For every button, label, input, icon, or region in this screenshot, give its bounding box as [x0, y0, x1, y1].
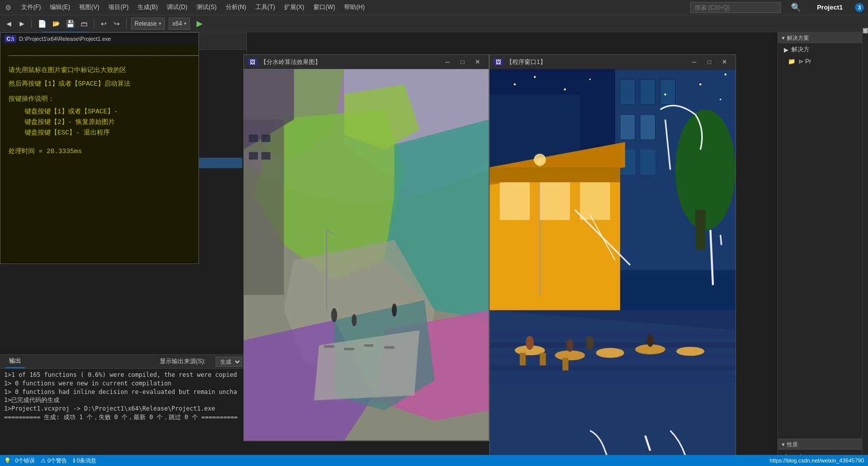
console-path: D:\Project1\x64\Release\Project1.exe [19, 36, 111, 42]
watershed-minimize-button[interactable]: ─ [440, 57, 454, 67]
message-count[interactable]: ℹ 0条消息 [73, 457, 96, 464]
menu-test[interactable]: 测试(S) [192, 2, 221, 13]
properties-label: 性质 [787, 441, 798, 448]
svg-rect-49 [520, 353, 526, 365]
menu-help[interactable]: 帮助(H) [340, 2, 369, 13]
config-label: Release [135, 20, 157, 27]
output-line-6: ========== 生成: 成功 1 个，失败 0 个，最新 0 个，跳过 0… [4, 413, 243, 422]
menu-file[interactable]: 文件(F) [17, 2, 45, 13]
output-line-4: 1>已完成代码的生成 [4, 396, 243, 405]
watershed-close-button[interactable]: ✕ [471, 57, 485, 67]
svg-rect-50 [540, 353, 546, 365]
properties-header[interactable]: ▾ 性质 [778, 439, 868, 450]
project-item-label: ⊳ Pr [798, 58, 811, 65]
svg-rect-26 [640, 114, 655, 140]
program-maximize-button[interactable]: □ [702, 57, 716, 67]
output-source-label: 显示输出来源(S): [160, 357, 206, 366]
svg-rect-39 [490, 330, 736, 337]
svg-rect-28 [640, 150, 655, 175]
run-button[interactable]: ▶ [194, 18, 205, 30]
back-button[interactable]: ◀ [3, 18, 14, 30]
forward-button[interactable]: ▶ [16, 18, 27, 30]
svg-point-5 [392, 304, 397, 317]
svg-rect-43 [490, 376, 736, 381]
output-line-3: 1> 0 functions had inline decision re-ev… [4, 388, 243, 396]
svg-rect-13 [261, 152, 271, 160]
watershed-maximize-button[interactable]: □ [455, 57, 470, 67]
program-window: 🖼 【程序窗口1】 ─ □ ✕ [489, 54, 736, 466]
save-all-button[interactable]: 🗃 [79, 18, 90, 30]
project-item[interactable]: 📁 ⊳ Pr [778, 56, 868, 67]
svg-point-55 [647, 334, 654, 347]
notification-badge[interactable]: 3 [855, 3, 864, 12]
program-title-text: 【程序窗口1】 [506, 58, 546, 66]
solution-item[interactable]: ▶ 解决方 [778, 43, 868, 56]
output-source-select[interactable]: 生成 [216, 357, 242, 367]
program-minimize-button[interactable]: ─ [687, 57, 701, 67]
console-divider: ────────────────────────────────────────… [9, 51, 190, 61]
watershed-window-controls: ─ □ ✕ [440, 57, 485, 67]
svg-point-46 [596, 348, 624, 358]
program-title-bar[interactable]: 🖼 【程序窗口1】 ─ □ ✕ [490, 55, 736, 69]
solution-section-label: 解决方案 [787, 34, 809, 42]
svg-point-54 [586, 336, 594, 350]
save-button[interactable]: 💾 [64, 18, 77, 30]
new-file-button[interactable]: 📄 [36, 18, 48, 30]
console-window: C:\ D:\Project1\x64\Release\Project1.exe… [0, 32, 199, 264]
menu-window[interactable]: 窗口(W) [309, 2, 339, 13]
menu-build[interactable]: 生成(B) [133, 2, 162, 13]
svg-point-63 [724, 74, 726, 76]
console-title-bar[interactable]: C:\ D:\Project1\x64\Release\Project1.exe [1, 33, 198, 45]
svg-rect-8 [364, 344, 373, 347]
console-key2: 键盘按键【2】- 恢复原始图片 [25, 117, 190, 128]
program-window-icon: 🖼 [494, 58, 503, 65]
search-input[interactable] [690, 2, 781, 13]
warning-count[interactable]: ⚠ 0个警告 [41, 457, 67, 464]
program-window-controls: ─ □ ✕ [687, 57, 731, 67]
blog-url[interactable]: https://blog.csdn.net/weixin_43645790 [770, 457, 864, 463]
menu-debug[interactable]: 调试(D) [163, 2, 191, 13]
undo-button[interactable]: ↩ [98, 18, 109, 30]
error-icon[interactable]: 💡 [4, 457, 11, 464]
config-dropdown[interactable]: Release ▾ [131, 18, 165, 30]
watershed-window-icon: 🖼 [248, 58, 257, 65]
right-panel: ▾ 解决方案 ▶ 解决方 📁 ⊳ Pr ▾ 性质 📋 ⚡ [777, 32, 868, 466]
watershed-title-bar[interactable]: 🖼 【分水岭算法效果图】 ─ □ ✕ [244, 55, 489, 69]
menu-bar: ⚙ 文件(F) 编辑(E) 视图(V) 项目(P) 生成(B) 调试(D) 测试… [0, 0, 868, 15]
menu-tools[interactable]: 工具(T) [251, 2, 279, 13]
svg-rect-34 [500, 180, 530, 220]
watershed-window: 🖼 【分水岭算法效果图】 ─ □ ✕ [243, 54, 489, 441]
redo-button[interactable]: ↪ [111, 18, 122, 30]
title-right: 🔍 Project1 3 [690, 2, 864, 13]
menu-extensions[interactable]: 扩展(X) [280, 2, 308, 13]
project-title: Project1 [811, 4, 849, 11]
console-key1: 键盘按键【1】或者【SPACE】- [25, 107, 190, 117]
menu-edit[interactable]: 编辑(E) [46, 2, 74, 13]
menu-project[interactable]: 项目(P) [104, 2, 132, 13]
platform-arrow: ▾ [184, 21, 186, 26]
svg-point-62 [720, 99, 721, 100]
config-arrow: ▾ [159, 21, 161, 26]
svg-point-60 [664, 94, 666, 96]
main-area: 📁 Project1 ⚙ 源.cpp ✕ 2829303132 33343536… [0, 32, 868, 466]
platform-dropdown[interactable]: x64 ▾ [169, 18, 190, 30]
program-close-button[interactable]: ✕ [717, 57, 731, 67]
solution-section-header[interactable]: ▾ 解决方案 [778, 32, 868, 43]
console-key3: 键盘按键【ESC】- 退出程序 [25, 128, 190, 139]
svg-rect-36 [580, 180, 610, 220]
right-sidebar-icons: 解决方案 [862, 32, 868, 466]
svg-rect-25 [620, 114, 635, 140]
open-button[interactable]: 📂 [50, 18, 62, 30]
props-arrow: ▾ [782, 441, 785, 448]
output-tab[interactable]: 输出 [5, 355, 25, 368]
error-count[interactable]: 0个错误 [15, 457, 35, 464]
search-icon[interactable]: 🔍 [787, 2, 805, 13]
svg-rect-6 [324, 345, 334, 348]
menu-view[interactable]: 视图(V) [75, 2, 103, 13]
svg-point-56 [514, 84, 516, 86]
svg-rect-35 [540, 180, 570, 220]
menu-analyze[interactable]: 分析(N) [222, 2, 250, 13]
console-instruction2: 然后再按键【1】或者【SPACE】启动算法 [9, 79, 190, 90]
vangogh-image [490, 69, 736, 466]
solution-explorer-label[interactable]: 解决方案 [859, 36, 868, 40]
